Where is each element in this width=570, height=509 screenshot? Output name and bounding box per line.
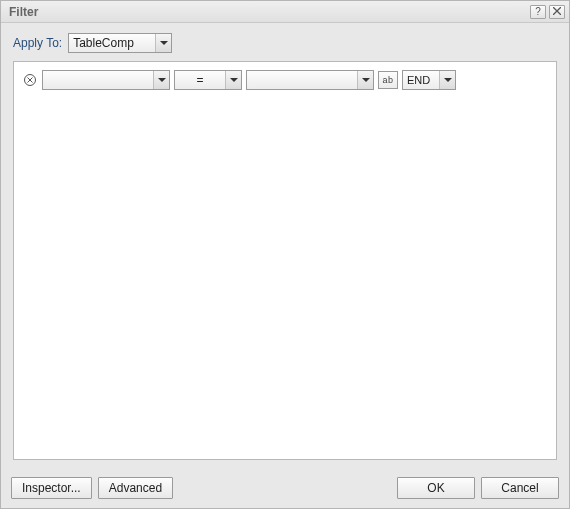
apply-to-select[interactable]: TableComp (68, 33, 172, 53)
value-select[interactable] (246, 70, 374, 90)
filter-rule-row: = ab END (22, 70, 456, 90)
close-icon (553, 6, 561, 17)
chevron-down-icon (155, 34, 171, 52)
ok-label: OK (427, 481, 444, 495)
chevron-down-icon (439, 71, 455, 89)
cancel-button[interactable]: Cancel (481, 477, 559, 499)
advanced-label: Advanced (109, 481, 162, 495)
chevron-down-icon (225, 71, 241, 89)
button-bar: Inspector... Advanced OK Cancel (1, 470, 569, 508)
apply-to-row: Apply To: TableComp (1, 23, 569, 61)
format-button[interactable]: ab (378, 71, 398, 89)
titlebar: Filter ? (1, 1, 569, 23)
chevron-down-icon (153, 71, 169, 89)
apply-to-value: TableComp (69, 36, 155, 50)
close-button[interactable] (549, 5, 565, 19)
dialog-title: Filter (9, 5, 527, 19)
operator-value: = (175, 73, 225, 87)
operator-select[interactable]: = (174, 70, 242, 90)
apply-to-label: Apply To: (13, 36, 62, 50)
help-icon: ? (535, 6, 541, 17)
inspector-button[interactable]: Inspector... (11, 477, 92, 499)
filter-dialog: Filter ? Apply To: TableComp (0, 0, 570, 509)
cancel-label: Cancel (501, 481, 538, 495)
clear-icon (23, 73, 37, 87)
logic-value: END (403, 74, 439, 86)
chevron-down-icon (357, 71, 373, 89)
ok-button[interactable]: OK (397, 477, 475, 499)
inspector-label: Inspector... (22, 481, 81, 495)
logic-select[interactable]: END (402, 70, 456, 90)
remove-rule-button[interactable] (22, 72, 38, 88)
rules-panel: = ab END (13, 61, 557, 460)
help-button[interactable]: ? (530, 5, 546, 19)
advanced-button[interactable]: Advanced (98, 477, 173, 499)
field-select[interactable] (42, 70, 170, 90)
format-icon: ab (382, 75, 393, 85)
